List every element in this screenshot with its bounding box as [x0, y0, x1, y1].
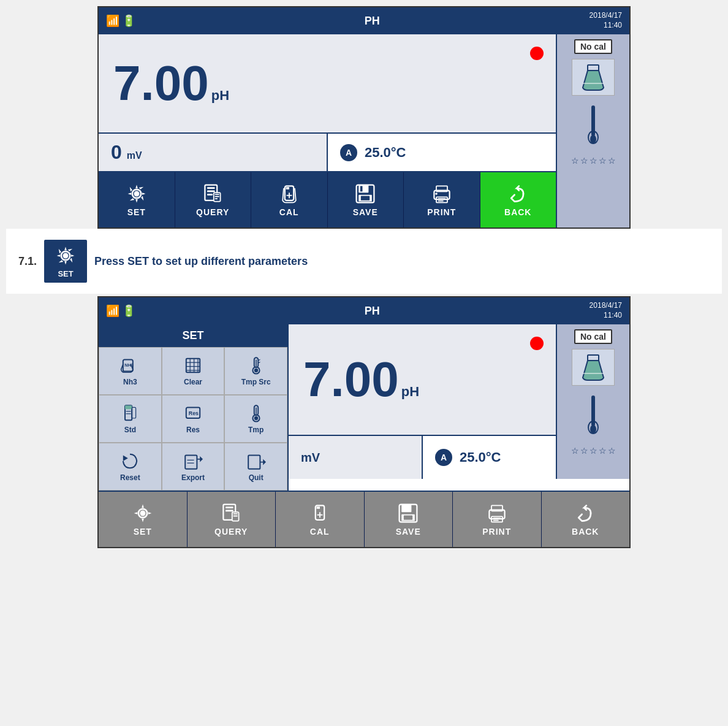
screen2-datetime: 2018/4/17 11:40 — [590, 301, 622, 320]
svg-rect-4 — [207, 191, 215, 193]
clear-icon — [183, 356, 203, 375]
query-icon-2 — [220, 502, 242, 524]
svg-point-1 — [134, 191, 139, 197]
cal-icon-2 — [309, 502, 331, 524]
tmp-icon — [246, 403, 266, 423]
clear-cell[interactable]: Clear — [162, 347, 225, 395]
screen1-toolbar: SET QUERY — [99, 171, 556, 227]
no-cal-badge-1: No cal — [574, 39, 612, 54]
print-label: PRINT — [427, 207, 456, 217]
set-panel: SET NH3 Nh3 — [99, 324, 289, 491]
screen2: 📶 🔋 PH 2018/4/17 11:40 SET NH3 Nh3 — [97, 296, 631, 548]
screen1-datetime: 2018/4/17 11:40 — [590, 11, 622, 30]
svg-rect-85 — [404, 516, 412, 520]
tmp-src-label: Tmp Src — [241, 378, 271, 386]
signal-icon: 📶 — [106, 14, 119, 28]
screen2-main: SET NH3 Nh3 — [99, 324, 629, 491]
auto-indicator-2: A — [435, 449, 452, 466]
svg-marker-57 — [123, 455, 128, 461]
svg-rect-18 — [360, 186, 363, 191]
svg-rect-5 — [207, 194, 213, 196]
set-icon-box: SET — [44, 240, 87, 283]
print-button[interactable]: PRINT — [404, 172, 480, 227]
svg-text:NH3: NH3 — [125, 362, 134, 368]
mv-unit: mV — [127, 150, 142, 161]
set-panel-header: SET — [99, 324, 287, 347]
back-icon — [507, 183, 529, 205]
ph-display-2: 7.00 pH — [289, 324, 556, 435]
header-bar-2: 📶 🔋 PH 2018/4/17 11:40 — [99, 297, 629, 324]
svg-rect-15 — [358, 185, 368, 193]
cal-button[interactable]: CAL — [251, 172, 328, 227]
svg-point-69 — [590, 425, 596, 434]
star2-3: ☆ — [590, 446, 597, 456]
print-icon — [431, 183, 453, 205]
screen2-toolbar: SET QUERY CAL — [99, 491, 629, 547]
cal-label: CAL — [279, 207, 299, 217]
set-box-label: SET — [58, 269, 73, 278]
query-label-2: QUERY — [214, 527, 248, 537]
reset-cell[interactable]: Reset — [99, 443, 162, 491]
back-label: BACK — [504, 207, 531, 217]
res-icon: Res — [183, 403, 203, 423]
quit-icon — [246, 451, 266, 471]
svg-rect-73 — [226, 506, 233, 508]
tmp-label: Tmp — [248, 426, 264, 434]
ph-value-2: 7.00 — [303, 355, 399, 404]
screen2-title: PH — [155, 305, 590, 318]
svg-rect-77 — [233, 516, 238, 517]
query-button[interactable]: QUERY — [175, 172, 252, 227]
print-button-2: PRINT — [453, 492, 542, 547]
svg-rect-79 — [316, 506, 319, 509]
export-cell[interactable]: Export — [162, 443, 225, 491]
cal-icon — [278, 183, 300, 205]
reset-label: Reset — [120, 473, 140, 482]
svg-rect-76 — [233, 513, 238, 514]
save-icon — [354, 183, 376, 205]
res-cell[interactable]: Res Res — [162, 395, 225, 443]
save-label-2: SAVE — [396, 527, 421, 537]
battery-icon-2: 🔋 — [122, 304, 135, 318]
query-button-2: QUERY — [188, 492, 276, 547]
ph-unit-2: pH — [401, 384, 419, 400]
back-label-2: BACK — [572, 527, 599, 537]
mv-section-2: mV — [289, 436, 423, 479]
set-button-2: SET — [99, 492, 188, 547]
mv-temp-row: 0 mV A 25.0°C — [99, 132, 556, 171]
std-label: Std — [124, 426, 136, 434]
sidebar-right-1: No cal ☆ ☆ ☆ — [556, 34, 629, 227]
set-label: SET — [127, 207, 146, 217]
star2-4: ☆ — [599, 446, 607, 456]
quit-label: Quit — [249, 473, 264, 482]
set-button[interactable]: SET — [99, 172, 175, 227]
star2-2: ☆ — [580, 446, 588, 456]
print-icon-2 — [486, 502, 508, 524]
red-dot-indicator — [530, 47, 544, 60]
star-3: ☆ — [590, 156, 597, 166]
beaker-icon-1 — [572, 59, 615, 96]
quit-cell[interactable]: Quit — [224, 443, 287, 491]
temp-value: 25.0°C — [365, 145, 406, 161]
std-cell[interactable]: Std — [99, 395, 162, 443]
save-button[interactable]: SAVE — [328, 172, 404, 227]
tmp-src-cell[interactable]: Tmp Src — [224, 347, 287, 395]
tmp-cell[interactable]: Tmp — [224, 395, 287, 443]
probe-svg-1 — [584, 105, 602, 148]
back-button[interactable]: BACK — [480, 172, 556, 227]
svg-point-55 — [254, 416, 257, 420]
ph-value: 7.00 — [113, 59, 209, 108]
nh3-cell[interactable]: NH3 Nh3 — [99, 347, 162, 395]
set-icon — [126, 183, 148, 205]
screen2-readings: 7.00 pH mV A 25.0°C — [289, 324, 556, 479]
svg-point-24 — [435, 193, 438, 195]
probe-icon-2 — [584, 395, 602, 441]
signal-icon-2: 📶 — [106, 304, 119, 318]
star-2: ☆ — [580, 156, 588, 166]
screen2-content-area: 7.00 pH mV A 25.0°C — [289, 324, 629, 479]
star-4: ☆ — [599, 156, 607, 166]
save-label: SAVE — [353, 207, 378, 217]
print-label-2: PRINT — [482, 527, 511, 537]
svg-text:Res: Res — [189, 410, 199, 416]
star2-1: ☆ — [571, 446, 579, 456]
nh3-icon: NH3 — [120, 356, 140, 375]
